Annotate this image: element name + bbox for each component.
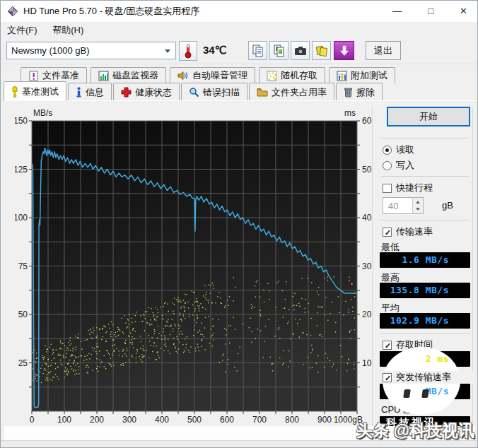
access-time-dot bbox=[87, 372, 88, 373]
copy-text-button[interactable] bbox=[248, 41, 267, 60]
access-time-dot bbox=[210, 285, 211, 285]
access-time-dot bbox=[235, 287, 236, 288]
access-time-dot bbox=[35, 358, 36, 359]
access-time-dot bbox=[98, 346, 98, 347]
access-time-dot bbox=[183, 306, 184, 307]
access-time-dot bbox=[96, 368, 97, 369]
access-time-dot bbox=[68, 371, 69, 372]
tab-disk-monitor[interactable]: 磁盘监视器 bbox=[91, 67, 166, 83]
access-time-dot bbox=[151, 345, 151, 346]
tab-erase[interactable]: 擦除 bbox=[336, 83, 383, 101]
access-time-dot bbox=[187, 336, 187, 337]
access-time-dot bbox=[122, 350, 123, 351]
access-time-dot bbox=[45, 368, 45, 369]
transfer-rate-row[interactable]: 传输速率 bbox=[383, 225, 433, 238]
y-left-axis-unit: MB/s bbox=[33, 108, 52, 118]
access-time-dot bbox=[86, 359, 87, 360]
tab-benchmark[interactable]: 基准测试 bbox=[4, 81, 66, 101]
menu-file[interactable]: 文件(F) bbox=[1, 22, 44, 39]
access-time-dot bbox=[297, 323, 298, 324]
access-time-dot bbox=[202, 339, 202, 340]
access-time-dot bbox=[86, 372, 87, 372]
temperature-button[interactable] bbox=[179, 41, 197, 61]
min-value: 1.6 MB/s bbox=[402, 254, 449, 265]
access-time-dot bbox=[212, 346, 213, 346]
access-time-dot bbox=[176, 336, 177, 337]
access-time-dot bbox=[317, 292, 317, 293]
access-time-dot bbox=[227, 300, 228, 300]
access-time-dot bbox=[349, 360, 349, 360]
access-time-dot bbox=[75, 356, 76, 357]
access-time-dot bbox=[263, 290, 264, 290]
access-time-dot bbox=[175, 346, 175, 347]
short-stroke-checkbox[interactable] bbox=[383, 184, 392, 193]
access-time-dot bbox=[112, 362, 113, 363]
tab-random-access[interactable]: 随机存取 bbox=[259, 67, 325, 83]
access-time-dot bbox=[200, 303, 201, 304]
access-time-dot bbox=[76, 370, 76, 371]
access-time-dot bbox=[288, 322, 288, 322]
access-time-dot bbox=[287, 323, 288, 324]
access-time-dot bbox=[220, 302, 221, 303]
tab-folder-usage[interactable]: 文件夹占用率 bbox=[249, 83, 334, 101]
copy-file-button[interactable] bbox=[312, 41, 331, 60]
tab-info[interactable]: 信息 bbox=[68, 83, 112, 101]
access-time-dot bbox=[174, 297, 175, 298]
access-time-dot bbox=[354, 317, 355, 318]
divider bbox=[381, 333, 469, 334]
burst-rate-row[interactable]: 突发传输速率 bbox=[380, 371, 473, 384]
minimize-button[interactable]: — bbox=[381, 1, 413, 22]
screenshot-button[interactable] bbox=[291, 41, 310, 60]
tab-extra-tests[interactable]: 附加测试 bbox=[329, 67, 395, 83]
y-left-tick-label: 125 bbox=[15, 165, 28, 175]
access-time-dot bbox=[78, 373, 79, 374]
short-stroke-spinner[interactable]: 40 bbox=[383, 197, 424, 214]
access-time-checkbox[interactable] bbox=[383, 341, 392, 350]
access-time-dot bbox=[35, 374, 36, 375]
drive-select-combobox[interactable]: Newsmy (1000 gB) bbox=[6, 42, 176, 59]
access-time-dot bbox=[265, 326, 266, 326]
access-time-dot bbox=[197, 317, 198, 318]
access-time-dot bbox=[180, 313, 180, 314]
access-time-dot bbox=[327, 280, 328, 281]
transfer-rate-checkbox[interactable] bbox=[383, 228, 392, 237]
access-time-dot bbox=[143, 346, 144, 346]
access-time-dot bbox=[308, 278, 308, 279]
tab-health[interactable]: 健康状态 bbox=[113, 83, 180, 101]
exit-button[interactable]: 退出 bbox=[366, 41, 401, 60]
short-stroke-row[interactable]: 快捷行程 bbox=[383, 182, 433, 194]
access-time-dot bbox=[339, 312, 339, 313]
read-radio-row[interactable]: 读取 bbox=[383, 143, 414, 156]
access-time-dot bbox=[128, 314, 129, 314]
tab-error-scan[interactable]: 错误扫描 bbox=[181, 83, 247, 101]
copy-image-button[interactable] bbox=[269, 41, 288, 60]
access-time-dot bbox=[132, 322, 132, 323]
access-time-dot bbox=[35, 376, 35, 377]
avg-value: 102.9 MB/s bbox=[390, 315, 449, 326]
save-button[interactable] bbox=[334, 41, 354, 60]
write-radio-row[interactable]: 写入 bbox=[383, 159, 414, 172]
access-time-dot bbox=[127, 348, 127, 349]
access-time-dot bbox=[163, 331, 163, 332]
tab-label: 自动噪音管理 bbox=[192, 69, 247, 82]
transfer-rate-label: 传输速率 bbox=[396, 225, 433, 238]
read-radio[interactable] bbox=[383, 146, 392, 155]
access-time-dot bbox=[91, 331, 91, 332]
access-time-dot bbox=[36, 353, 37, 353]
access-time-dot bbox=[88, 367, 89, 367]
access-time-dot bbox=[225, 343, 226, 344]
magnifier-icon bbox=[189, 87, 199, 98]
tab-aam[interactable]: 自动噪音管理 bbox=[170, 67, 255, 83]
access-time-dot bbox=[119, 329, 120, 330]
spinner-arrows[interactable] bbox=[412, 198, 423, 213]
access-time-dot bbox=[92, 338, 93, 339]
write-radio[interactable] bbox=[383, 161, 392, 170]
start-button[interactable]: 开始 bbox=[387, 107, 470, 126]
access-time-dot bbox=[165, 337, 165, 338]
close-button[interactable]: ✕ bbox=[448, 1, 478, 22]
access-time-dot bbox=[148, 307, 148, 308]
maximize-button[interactable]: □ bbox=[415, 1, 447, 22]
burst-rate-checkbox[interactable] bbox=[383, 373, 392, 382]
access-time-dot bbox=[67, 363, 68, 364]
menu-help[interactable]: 帮助(H) bbox=[46, 22, 90, 39]
